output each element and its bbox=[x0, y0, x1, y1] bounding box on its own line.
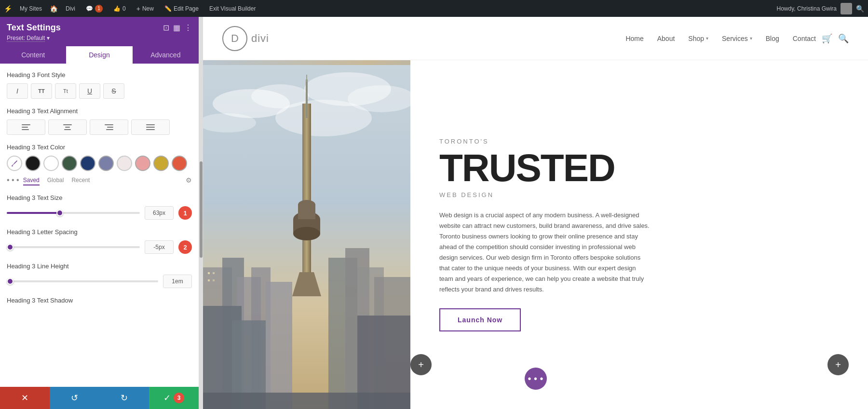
letter-spacing-value[interactable]: -5px bbox=[145, 240, 174, 254]
svg-point-7 bbox=[275, 100, 372, 136]
likes-link[interactable]: 👍 0 bbox=[110, 0, 129, 17]
letter-spacing-section: Heading 3 Letter Spacing -5px 2 bbox=[7, 228, 192, 254]
font-style-label: Heading 3 Font Style bbox=[7, 71, 192, 79]
panel-tabs: Content Design Advanced bbox=[0, 46, 199, 64]
letter-spacing-slider-row bbox=[7, 246, 140, 248]
cart-icon[interactable]: 🛒 bbox=[822, 33, 832, 44]
redo-button[interactable]: ↻ bbox=[99, 387, 149, 409]
line-height-track[interactable] bbox=[7, 280, 158, 282]
color-more-btn[interactable]: • • • bbox=[7, 176, 19, 185]
layout-icon[interactable]: ▦ bbox=[173, 23, 180, 32]
undo-button[interactable]: ↺ bbox=[50, 387, 99, 409]
tab-design[interactable]: Design bbox=[66, 46, 132, 64]
allcaps-btn[interactable]: TT bbox=[31, 83, 52, 99]
text-size-thumb[interactable] bbox=[56, 210, 63, 216]
letter-spacing-thumb[interactable] bbox=[7, 244, 14, 251]
scrollbar[interactable] bbox=[199, 17, 203, 409]
logo-text: divi bbox=[251, 32, 269, 45]
align-right-btn[interactable] bbox=[90, 119, 128, 135]
align-center-btn[interactable] bbox=[48, 119, 87, 135]
comment-icon: 💬 bbox=[86, 5, 93, 12]
strikethrough-btn[interactable]: S bbox=[103, 83, 124, 99]
color-gear-icon[interactable]: ⚙ bbox=[186, 176, 192, 184]
svg-rect-32 bbox=[208, 279, 210, 281]
tab-advanced[interactable]: Advanced bbox=[133, 46, 199, 64]
eyedropper-swatch[interactable] bbox=[7, 156, 22, 171]
panel-header: Text Settings ⊡ ▦ ⋮ Preset: Default ▾ bbox=[0, 17, 199, 46]
launch-now-button[interactable]: Launch Now bbox=[439, 308, 521, 331]
divi-options-button[interactable]: • • • bbox=[525, 368, 547, 390]
more-icon[interactable]: ⋮ bbox=[184, 23, 192, 32]
color-dark-green[interactable] bbox=[62, 156, 77, 171]
divi-link[interactable]: Divi bbox=[63, 0, 78, 17]
cancel-button[interactable]: ✕ bbox=[0, 387, 50, 409]
line-height-value[interactable]: 1em bbox=[163, 275, 192, 288]
color-tab-global[interactable]: Global bbox=[47, 177, 64, 185]
nav-contact[interactable]: Contact bbox=[793, 35, 816, 42]
color-tab-recent[interactable]: Recent bbox=[71, 177, 90, 185]
scrollbar-thumb bbox=[200, 161, 203, 258]
my-sites-link[interactable]: My Sites bbox=[17, 0, 45, 17]
save-icon: ✓ bbox=[163, 393, 171, 403]
line-height-slider-row bbox=[7, 280, 158, 282]
color-gold[interactable] bbox=[153, 156, 169, 171]
wordpress-icon[interactable]: ⚡ bbox=[4, 5, 12, 13]
line-height-thumb[interactable] bbox=[7, 278, 14, 285]
add-section-right[interactable]: + bbox=[827, 354, 849, 375]
text-shadow-section: Heading 3 Text Shadow bbox=[7, 297, 192, 304]
text-size-section: Heading 3 Text Size 63px 1 bbox=[7, 194, 192, 220]
hero-description: Web design is a crucial aspect of any mo… bbox=[439, 210, 651, 295]
text-size-badge: 1 bbox=[178, 206, 192, 220]
color-blue-gray[interactable] bbox=[98, 156, 114, 171]
nav-search-icon[interactable]: 🔍 bbox=[838, 33, 849, 44]
float-actions: • • • + + bbox=[203, 368, 868, 390]
new-button[interactable]: + New bbox=[134, 0, 157, 17]
svg-rect-15 bbox=[306, 79, 308, 118]
color-black[interactable] bbox=[25, 156, 41, 171]
letter-spacing-track[interactable] bbox=[7, 246, 140, 248]
color-light-pink[interactable] bbox=[117, 156, 132, 171]
comments-link[interactable]: 💬 1 bbox=[83, 0, 106, 17]
svg-point-12 bbox=[293, 227, 320, 240]
cancel-icon: ✕ bbox=[21, 393, 28, 403]
panel-header-top: Text Settings ⊡ ▦ ⋮ bbox=[7, 23, 192, 33]
color-red-orange[interactable] bbox=[172, 156, 187, 171]
dots-icon: • • • bbox=[528, 373, 543, 384]
line-height-row: 1em bbox=[7, 275, 192, 288]
panel-preset[interactable]: Preset: Default ▾ bbox=[7, 35, 192, 41]
exit-builder-button[interactable]: Exit Visual Builder bbox=[206, 0, 259, 17]
nav-blog[interactable]: Blog bbox=[766, 35, 779, 42]
align-justify-btn[interactable] bbox=[131, 119, 170, 135]
house-icon: 🏠 bbox=[50, 5, 58, 13]
add-section-left[interactable]: + bbox=[410, 354, 432, 375]
text-size-track[interactable] bbox=[7, 212, 140, 214]
admin-bar-left: ⚡ My Sites 🏠 Divi 💬 1 👍 0 + New ✏️ Edit … bbox=[4, 0, 771, 17]
color-dark-blue[interactable] bbox=[80, 156, 95, 171]
color-white[interactable] bbox=[43, 156, 59, 171]
panel-body: Heading 3 Font Style I TT Tt U S Heading… bbox=[0, 64, 199, 387]
capitalize-btn[interactable]: Tt bbox=[55, 83, 76, 99]
italic-btn[interactable]: I bbox=[7, 83, 28, 99]
color-tab-saved[interactable]: Saved bbox=[23, 177, 40, 185]
nav-shop[interactable]: Shop ▾ bbox=[688, 35, 708, 42]
site-logo: D divi bbox=[222, 26, 269, 51]
text-size-value[interactable]: 63px bbox=[145, 206, 174, 220]
search-icon[interactable]: 🔍 bbox=[856, 5, 864, 13]
plus-icon: + bbox=[136, 5, 140, 13]
align-left-btn[interactable] bbox=[7, 119, 45, 135]
nav-about[interactable]: About bbox=[657, 35, 675, 42]
tab-content[interactable]: Content bbox=[0, 46, 66, 64]
color-row bbox=[7, 156, 192, 171]
font-style-row: I TT Tt U S bbox=[7, 83, 192, 99]
left-panel: Text Settings ⊡ ▦ ⋮ Preset: Default ▾ Co… bbox=[0, 17, 199, 409]
cn-tower-svg bbox=[203, 60, 410, 409]
underline-btn[interactable]: U bbox=[79, 83, 100, 99]
text-size-row: 63px 1 bbox=[7, 206, 192, 220]
color-pink[interactable] bbox=[135, 156, 150, 171]
expand-icon[interactable]: ⊡ bbox=[163, 23, 169, 32]
save-button[interactable]: ✓ 3 bbox=[149, 387, 199, 409]
edit-page-button[interactable]: ✏️ Edit Page bbox=[162, 0, 202, 17]
text-color-section: Heading 3 Text Color bbox=[7, 144, 192, 185]
nav-home[interactable]: Home bbox=[625, 35, 643, 42]
nav-services[interactable]: Services ▾ bbox=[722, 35, 752, 42]
